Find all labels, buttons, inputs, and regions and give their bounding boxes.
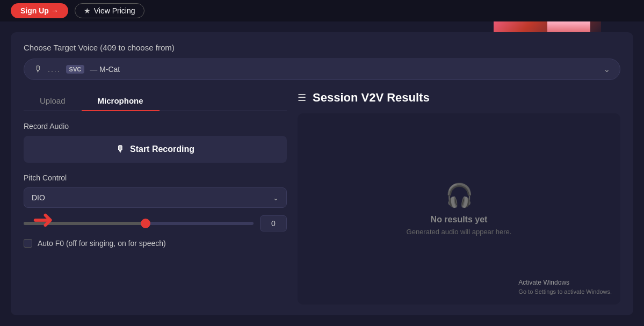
activate-windows-watermark: Activate Windows Go to Settings to activ… xyxy=(518,278,612,296)
two-col-layout: Upload Microphone Record Audio 🎙 Start R… xyxy=(24,91,620,305)
svc-badge: SVC xyxy=(66,65,85,74)
choose-voice-label: Choose Target Voice (409 to choose from) xyxy=(24,43,620,52)
auto-f0-checkbox[interactable] xyxy=(24,239,32,248)
mic-icon: 🎙 xyxy=(34,64,42,74)
right-column: ☰ Session V2V Results 🎧 No results yet G… xyxy=(298,91,620,305)
pitch-control-label: Pitch Control xyxy=(24,173,287,182)
voice-chevron-icon: ⌄ xyxy=(604,65,610,74)
no-results-subtext: Generated audio will appear here. xyxy=(407,228,512,236)
session-header: ☰ Session V2V Results xyxy=(298,91,620,105)
arrow-indicator: ➜ xyxy=(32,207,54,233)
arrow-icon: ➜ xyxy=(32,207,54,233)
hamburger-icon: ☰ xyxy=(298,92,306,104)
tab-microphone[interactable]: Microphone xyxy=(82,91,160,111)
pitch-slider[interactable] xyxy=(24,222,254,225)
voice-name: — M-Cat xyxy=(90,65,598,74)
tab-upload[interactable]: Upload xyxy=(24,91,82,111)
star-icon: ★ xyxy=(84,6,91,15)
results-panel: 🎧 No results yet Generated audio will ap… xyxy=(298,113,620,305)
voice-selector[interactable]: 🎙 .... SVC — M-Cat ⌄ xyxy=(24,59,620,80)
pitch-dropdown[interactable]: DIO ⌄ xyxy=(24,187,287,208)
headphones-icon: 🎧 xyxy=(445,182,473,208)
pitch-value: DIO xyxy=(32,193,45,202)
auto-f0-row: Auto F0 (off for singing, on for speech) xyxy=(24,239,287,248)
tabs-container: Upload Microphone xyxy=(24,91,287,111)
slider-value-display: 0 xyxy=(260,215,287,231)
pitch-slider-row: 0 xyxy=(24,215,287,231)
auto-f0-label: Auto F0 (off for singing, on for speech) xyxy=(38,239,166,248)
main-content: Choose Target Voice (409 to choose from)… xyxy=(0,21,644,326)
main-panel: Choose Target Voice (409 to choose from)… xyxy=(11,32,633,315)
mic-btn-icon: 🎙 xyxy=(116,144,125,154)
top-bar: Sign Up → ★ View Pricing xyxy=(0,0,644,21)
view-pricing-button[interactable]: ★ View Pricing xyxy=(75,3,144,18)
signup-button[interactable]: Sign Up → xyxy=(11,3,68,18)
start-recording-label: Start Recording xyxy=(130,144,194,154)
session-title: Session V2V Results xyxy=(313,91,430,105)
record-audio-label: Record Audio xyxy=(24,122,287,131)
slider-thumb[interactable] xyxy=(141,219,150,228)
left-column: Upload Microphone Record Audio 🎙 Start R… xyxy=(24,91,287,305)
voice-dots: .... xyxy=(48,65,61,74)
no-results-text: No results yet xyxy=(431,215,488,224)
start-recording-button[interactable]: 🎙 Start Recording xyxy=(24,136,287,163)
pitch-chevron-icon: ⌄ xyxy=(273,194,279,202)
